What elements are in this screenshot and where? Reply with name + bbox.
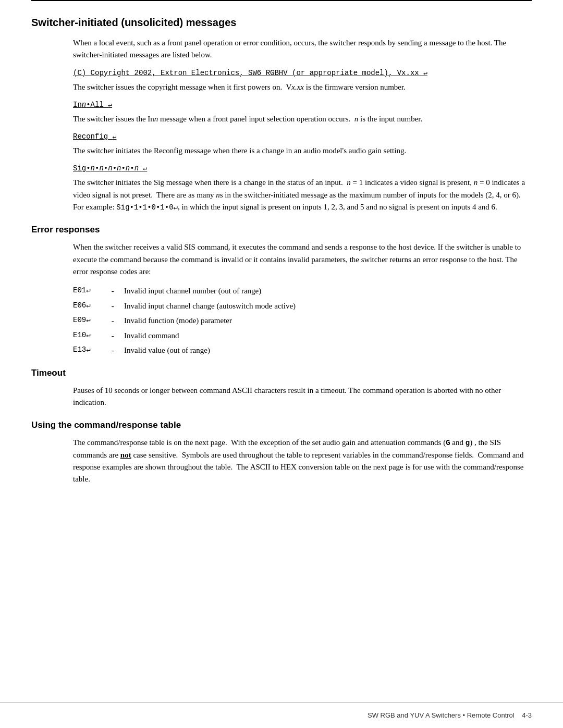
footer-page-ref: 4-3 xyxy=(522,711,532,719)
copyright-desc: The switcher issues the copyright messag… xyxy=(73,81,532,93)
error-row-e01: E01↵ - Invalid input channel number (out… xyxy=(73,285,532,297)
section-heading-error: Error responses xyxy=(31,225,532,235)
inn-all-code: Inn•All ↵ xyxy=(73,101,532,109)
copyright-return: ↵ xyxy=(423,69,427,77)
error-code-e13: E13↵ xyxy=(73,344,109,355)
error-code-e01: E01↵ xyxy=(73,285,109,296)
error-table: E01↵ - Invalid input channel number (out… xyxy=(73,285,532,356)
page-container: Switcher-initiated (unsolicited) message… xyxy=(0,0,563,728)
error-row-e06: E06↵ - Invalid input channel change (aut… xyxy=(73,300,532,312)
top-rule xyxy=(31,0,532,1)
section-heading-switcher: Switcher-initiated (unsolicited) message… xyxy=(31,17,532,29)
timeout-body: Pauses of 10 seconds or longer between c… xyxy=(73,385,532,409)
error-dash-e13: - xyxy=(109,344,120,356)
error-dash-e06: - xyxy=(109,300,120,312)
command-table-body: The command/response table is on the nex… xyxy=(73,437,532,485)
section-heading-timeout: Timeout xyxy=(31,368,532,378)
error-dash-e01: - xyxy=(109,285,120,297)
inn-return: ↵ xyxy=(108,101,112,109)
sig-return: ↵ xyxy=(143,165,147,172)
error-desc-e01: Invalid input channel number (out of ran… xyxy=(124,285,261,297)
content-area: Switcher-initiated (unsolicited) message… xyxy=(0,17,563,535)
reconfig-return: ↵ xyxy=(113,133,117,141)
error-intro-text: When the switcher receives a valid SIS c… xyxy=(73,241,532,278)
section-switcher-initiated: Switcher-initiated (unsolicited) message… xyxy=(31,17,532,213)
copyright-code: (C) Copyright 2002, Extron Electronics, … xyxy=(73,69,532,77)
sig-code: Sig•n•n•n•n•n•n ↵ xyxy=(73,164,532,172)
copyright-code-text: (C) Copyright 2002, Extron Electronics, … xyxy=(73,69,419,77)
footer-bar: SW RGB and YUV A Switchers • Remote Cont… xyxy=(0,702,563,728)
error-row-e09: E09↵ - Invalid function (mode) parameter xyxy=(73,315,532,327)
error-desc-e10: Invalid command xyxy=(124,330,179,342)
error-code-e09: E09↵ xyxy=(73,315,109,326)
inn-desc: The switcher issues the Inn message when… xyxy=(73,113,532,125)
error-desc-e13: Invalid value (out of range) xyxy=(124,344,210,356)
footer-text: SW RGB and YUV A Switchers • Remote Cont… xyxy=(368,711,532,719)
error-dash-e10: - xyxy=(109,330,120,342)
error-row-e10: E10↵ - Invalid command xyxy=(73,330,532,342)
error-row-e13: E13↵ - Invalid value (out of range) xyxy=(73,344,532,356)
section-error-responses: Error responses When the switcher receiv… xyxy=(31,225,532,356)
section-heading-command-table: Using the command/response table xyxy=(31,420,532,430)
sig-desc: The switcher initiates the Sig message w… xyxy=(73,177,532,213)
error-code-e06: E06↵ xyxy=(73,300,109,311)
error-code-e10: E10↵ xyxy=(73,330,109,341)
error-desc-e06: Invalid input channel change (autoswitch… xyxy=(124,300,296,312)
reconfig-code: Reconfig ↵ xyxy=(73,132,532,141)
section-command-table: Using the command/response table The com… xyxy=(31,420,532,485)
error-desc-e09: Invalid function (mode) parameter xyxy=(124,315,232,327)
section-timeout: Timeout Pauses of 10 seconds or longer b… xyxy=(31,368,532,409)
error-dash-e09: - xyxy=(109,315,120,327)
reconfig-desc: The switcher initiates the Reconfig mess… xyxy=(73,145,532,157)
switcher-intro-text: When a local event, such as a front pane… xyxy=(73,37,532,61)
footer-title: SW RGB and YUV A Switchers • Remote Cont… xyxy=(368,711,515,719)
